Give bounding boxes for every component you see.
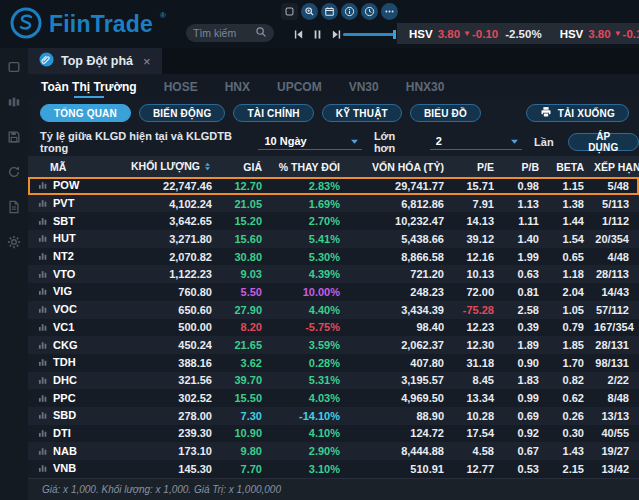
- pe-cell: 14.13: [454, 212, 504, 230]
- playback-progress[interactable]: [343, 33, 395, 36]
- column-header--thay-i[interactable]: % THAY ĐỔI: [272, 156, 350, 177]
- market-tab-hnx[interactable]: HNX: [225, 74, 250, 99]
- ticker-item[interactable]: HSV3.80▼-0.10-2.50%: [409, 28, 542, 40]
- period-select[interactable]: 10 Ngày: [258, 134, 361, 150]
- price-cell: 21.05: [222, 195, 272, 213]
- column-header-kh-i-l-ng[interactable]: KHỐI LƯỢNG: [112, 156, 222, 177]
- ticker-label: DHC: [53, 374, 77, 386]
- table-row[interactable]: POW22,747.4612.702.83%29,741.7715.710.98…: [28, 177, 639, 195]
- ticker-price: 3.80: [438, 28, 460, 40]
- pause-icon[interactable]: [310, 27, 324, 41]
- ticker-label: DTI: [53, 427, 71, 439]
- change-cell: 5.31%: [272, 372, 350, 390]
- market-tab-vn30[interactable]: VN30: [349, 74, 379, 99]
- apply-button[interactable]: ÁP DỤNG: [568, 133, 639, 151]
- table-row[interactable]: SBD278.007.30-14.10%88.9010.280.690.2613…: [28, 407, 639, 425]
- table-row[interactable]: VIG760.805.5010.00%248.2372.000.812.0414…: [28, 283, 639, 301]
- close-icon[interactable]: ×: [143, 54, 151, 69]
- ticker-cell: VTO: [28, 265, 112, 283]
- skip-start-icon[interactable]: [291, 27, 305, 41]
- table-row[interactable]: NAB173.109.802.90%8,444.884.580.671.4319…: [28, 442, 639, 460]
- view-tab-biến-động[interactable]: BIẾN ĐỘNG: [139, 104, 225, 122]
- gear-icon[interactable]: [3, 231, 25, 253]
- ticker-label: VC1: [53, 321, 74, 333]
- more-icon[interactable]: [381, 3, 398, 20]
- cap-cell: 10,232.47: [350, 212, 454, 230]
- rank-cell: 98/131: [594, 354, 639, 372]
- pin-icon[interactable]: [39, 52, 54, 70]
- view-tab-biểu-đồ[interactable]: BIỂU ĐỒ: [410, 104, 481, 122]
- table-row[interactable]: PVT4,102.2421.051.69%6,812.867.911.131.3…: [28, 195, 639, 213]
- price-cell: 21.65: [222, 336, 272, 354]
- column-header-p-b[interactable]: P/B: [504, 156, 549, 177]
- save-icon[interactable]: [3, 126, 25, 148]
- ticker-cell: VIG: [28, 283, 112, 301]
- chart-icon: [38, 180, 48, 192]
- pb-cell: 0.99: [504, 389, 549, 407]
- table-row[interactable]: NT22,070.8230.805.30%8,866.5812.161.990.…: [28, 248, 639, 266]
- table-row[interactable]: VTO1,122.239.034.39%721.2010.130.631.182…: [28, 265, 639, 283]
- ticker-label: POW: [53, 179, 79, 191]
- chart-icon: [38, 286, 48, 298]
- grid-icon[interactable]: [281, 3, 298, 20]
- download-button[interactable]: TẢI XUỐNG: [526, 104, 629, 122]
- view-tab-tổng-quan[interactable]: TỔNG QUAN: [40, 104, 131, 122]
- change-cell: -14.10%: [272, 407, 350, 425]
- chart-icon: [38, 216, 48, 228]
- column-header-p-e[interactable]: P/E: [454, 156, 504, 177]
- clock-icon[interactable]: [361, 3, 378, 20]
- zoom-icon[interactable]: [301, 3, 318, 20]
- ticker-cell: POW: [28, 177, 112, 195]
- column-header-x-p-h-ng[interactable]: XẾP HẠNG: [594, 156, 639, 177]
- panels-icon[interactable]: [3, 91, 25, 113]
- calendar-icon[interactable]: [321, 3, 338, 20]
- pe-cell: 17.54: [454, 425, 504, 443]
- price-cell: 8.20: [222, 319, 272, 337]
- table-row[interactable]: DTI239.3010.904.10%124.7217.540.920.3040…: [28, 425, 639, 443]
- price-cell: 5.50: [222, 283, 272, 301]
- ticker-item[interactable]: HSV3.80▼-0.10: [560, 28, 639, 40]
- market-tab-hose[interactable]: HOSE: [164, 74, 198, 99]
- tab-top-dot-pha[interactable]: Top Đột phá ×: [28, 48, 162, 74]
- view-tab-tài-chính[interactable]: TÀI CHÍNH: [233, 104, 313, 122]
- table-row[interactable]: HUT3,271.8015.605.41%5,438.6639.121.401.…: [28, 230, 639, 248]
- table-row[interactable]: VNB145.307.703.10%510.9112.770.532.1513/…: [28, 460, 639, 478]
- playback-progress-handle[interactable]: [393, 30, 396, 39]
- chart-icon: [38, 304, 48, 316]
- table-row[interactable]: VC1500.008.20-5.75%98.4012.230.390.79167…: [28, 319, 639, 337]
- rank-cell: 1/112: [594, 212, 639, 230]
- window-icon[interactable]: [3, 56, 25, 78]
- table-row[interactable]: DHC321.5639.705.31%3,195.578.451.830.822…: [28, 372, 639, 390]
- pe-cell: 15.71: [454, 177, 504, 195]
- ticker-label: VNB: [53, 462, 76, 474]
- column-header-beta[interactable]: BETA: [549, 156, 594, 177]
- market-tab-upcom[interactable]: UPCOM: [277, 74, 322, 99]
- sort-icon[interactable]: [203, 161, 212, 173]
- column-header-gi-[interactable]: GIÁ: [222, 156, 272, 177]
- skip-end-icon[interactable]: [329, 27, 343, 41]
- table-row[interactable]: CKG450.2421.653.59%2,062.3712.301.891.85…: [28, 336, 639, 354]
- rank-cell: 4/48: [594, 248, 639, 266]
- chart-icon: [38, 269, 48, 281]
- file-icon[interactable]: [3, 196, 25, 218]
- info-icon[interactable]: [341, 3, 358, 20]
- table-row[interactable]: PPC302.5215.504.03%4,969.5013.340.990.62…: [28, 389, 639, 407]
- pe-cell: 39.12: [454, 230, 504, 248]
- search-box[interactable]: [186, 24, 274, 42]
- table-row[interactable]: VOC650.6027.904.40%3,434.39-75.282.581.0…: [28, 301, 639, 319]
- market-tab-hnx30[interactable]: HNX30: [406, 74, 445, 99]
- index-ticker-strip[interactable]: HSV3.80▼-0.10-2.50%HSV3.80▼-0.10: [397, 23, 639, 44]
- market-tab-toàn-thị-trường[interactable]: Toàn Thị Trường: [41, 74, 137, 99]
- view-tab-kỹ-thuật[interactable]: KỸ THUẬT: [322, 104, 402, 122]
- column-header-v-n-h-a-t-[interactable]: VỐN HÓA (TỶ): [350, 156, 454, 177]
- change-cell: 1.69%: [272, 195, 350, 213]
- search-input[interactable]: [193, 27, 255, 39]
- refresh-icon[interactable]: [3, 161, 25, 183]
- change-cell: 3.59%: [272, 336, 350, 354]
- filter-row: Tỷ lệ giữa KLGD hiện tại và KLGDTB trong…: [28, 127, 639, 156]
- column-header-m-[interactable]: MÃ: [28, 156, 112, 177]
- threshold-select[interactable]: 2: [430, 134, 522, 150]
- search-icon[interactable]: [255, 24, 267, 42]
- table-row[interactable]: SBT3,642.6515.202.70%10,232.4714.131.111…: [28, 212, 639, 230]
- table-row[interactable]: TDH388.163.620.28%407.8031.180.901.7098/…: [28, 354, 639, 372]
